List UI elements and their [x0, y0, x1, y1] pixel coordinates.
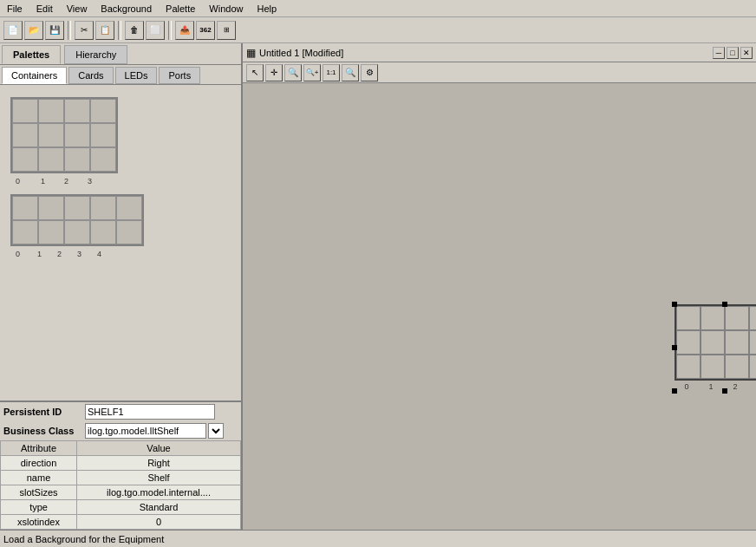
value-cell: Right	[77, 456, 241, 471]
subtab-cards[interactable]: Cards	[68, 67, 113, 84]
tool-select[interactable]: ↖	[246, 64, 264, 81]
table-row: xslotindex0	[1, 515, 241, 530]
shelf1-label-3: 3	[88, 177, 92, 186]
canvas-close[interactable]: ✕	[740, 47, 753, 59]
menu-view[interactable]: View	[60, 2, 94, 16]
palette-tabs: Palettes Hierarchy	[0, 43, 241, 65]
toolbar-paste[interactable]: 📋	[95, 21, 114, 40]
canvas-shelf-label-0: 0	[675, 382, 699, 391]
menu-palette[interactable]: Palette	[159, 2, 202, 16]
menu-file[interactable]: File	[0, 2, 29, 16]
handle-bl	[672, 388, 677, 394]
tool-settings[interactable]: ⚙	[361, 64, 378, 81]
toolbar-sep2	[118, 21, 121, 40]
toolbar-grid[interactable]: ⊞	[217, 21, 236, 40]
attr-cell: direction	[1, 456, 77, 471]
toolbar-save[interactable]: 💾	[45, 21, 64, 40]
table-row: nameShelf	[1, 471, 241, 485]
handle-tm	[722, 302, 727, 307]
handle-bm	[722, 388, 727, 394]
shelf-widget-2[interactable]: 0 1 2 3 4	[3, 191, 238, 258]
canvas-area[interactable]: 0 1 2 3	[243, 83, 756, 530]
canvas-title: Untitled 1 [Modified]	[259, 48, 343, 58]
table-row: directionRight	[1, 456, 241, 471]
left-panel: Palettes Hierarchy Containers Cards LEDs…	[0, 43, 243, 530]
persistent-id-input[interactable]	[85, 404, 215, 420]
canvas-titlebar: ▦ Untitled 1 [Modified] ─ □ ✕	[243, 43, 756, 62]
attr-col-header: Attribute	[1, 441, 77, 456]
right-panel: ▦ Untitled 1 [Modified] ─ □ ✕ ↖ ✛ 🔍 🔍+ 1…	[243, 43, 756, 530]
table-row: slotSizesilog.tgo.model.internal....	[1, 485, 241, 500]
business-class-label: Business Class	[3, 426, 81, 436]
statusbar-text: Load a Background for the Equipment	[3, 534, 164, 544]
attr-cell: xslotindex	[1, 515, 77, 530]
toolbar: 📄 📂 💾 ✂ 📋 🗑 ⬜ 📤 362 ⊞	[0, 17, 756, 43]
business-class-row: Business Class ▼	[0, 421, 241, 440]
value-cell: Shelf	[77, 471, 241, 485]
canvas-shelf-label-3: 3	[747, 382, 756, 391]
main-layout: Palettes Hierarchy Containers Cards LEDs…	[0, 43, 756, 530]
handle-ml	[672, 345, 677, 350]
shelf1-label-0: 0	[16, 177, 20, 186]
properties-panel: Persistent ID Business Class ▼ Attribute	[0, 400, 241, 530]
shelf2-label-0: 0	[16, 250, 20, 258]
value-col-header: Value	[77, 441, 241, 456]
tool-pan[interactable]: ✛	[265, 64, 283, 81]
toolbar-sep3	[168, 21, 172, 40]
shelf1-label-1: 1	[41, 177, 45, 186]
canvas-maximize[interactable]: □	[727, 47, 739, 59]
menu-window[interactable]: Window	[202, 2, 250, 16]
business-class-select[interactable]: ▼	[208, 423, 224, 439]
toolbar-rect[interactable]: ⬜	[146, 21, 165, 40]
subtab-containers[interactable]: Containers	[2, 67, 67, 84]
toolbar-num[interactable]: 362	[196, 21, 215, 40]
shelf1-label-2: 2	[64, 177, 68, 186]
statusbar: Load a Background for the Equipment	[0, 530, 756, 547]
tool-zoom-in[interactable]: 🔍+	[303, 64, 321, 81]
canvas-toolbar: ↖ ✛ 🔍 🔍+ 1:1 🔍 ⚙	[243, 62, 756, 83]
attr-cell: type	[1, 500, 77, 515]
menu-help[interactable]: Help	[250, 2, 284, 16]
shelf2-label-4: 4	[97, 250, 101, 258]
subtab-leds[interactable]: LEDs	[115, 67, 158, 84]
toolbar-new[interactable]: 📄	[3, 21, 23, 40]
tool-zoom-out[interactable]: 🔍	[284, 64, 302, 81]
subtab-ports[interactable]: Ports	[159, 67, 200, 84]
shelf2-label-2: 2	[57, 250, 62, 258]
tool-fit[interactable]: 1:1	[323, 64, 340, 81]
menu-background[interactable]: Background	[94, 2, 159, 16]
menu-edit[interactable]: Edit	[29, 2, 60, 16]
business-class-input[interactable]	[85, 423, 206, 439]
persistent-id-label: Persistent ID	[3, 407, 81, 417]
shelf2-label-3: 3	[77, 250, 81, 258]
tab-hierarchy[interactable]: Hierarchy	[64, 45, 127, 64]
shelf2-label-1: 1	[37, 250, 42, 258]
tool-zoom-fit[interactable]: 🔍	[342, 64, 359, 81]
palette-content[interactable]: 0 1 2 3	[0, 85, 241, 400]
toolbar-delete[interactable]: 🗑	[125, 21, 144, 40]
canvas-shelf-label-1: 1	[699, 382, 723, 391]
handle-tl	[672, 302, 677, 307]
value-cell: 0	[77, 515, 241, 530]
attr-cell: slotSizes	[1, 485, 77, 500]
toolbar-cut[interactable]: ✂	[75, 21, 94, 40]
value-cell: Standard	[77, 500, 241, 515]
toolbar-open[interactable]: 📂	[24, 21, 43, 40]
toolbar-export[interactable]: 📤	[175, 21, 194, 40]
menubar: File Edit View Background Palette Window…	[0, 0, 756, 17]
sub-tabs: Containers Cards LEDs Ports	[0, 65, 241, 85]
table-row: typeStandard	[1, 500, 241, 515]
toolbar-sep1	[68, 21, 71, 40]
shelf-widget-1[interactable]: 0 1 2 3	[3, 94, 238, 186]
persistent-id-row: Persistent ID	[0, 402, 241, 421]
canvas-shelf-container[interactable]: 0 1 2 3	[675, 304, 756, 391]
attributes-table: Attribute Value directionRightnameShelfs…	[0, 440, 241, 530]
canvas-minimize[interactable]: ─	[713, 47, 725, 59]
value-cell: ilog.tgo.model.internal....	[77, 485, 241, 500]
canvas-controls: ─ □ ✕	[713, 47, 753, 59]
tab-palettes[interactable]: Palettes	[2, 45, 61, 64]
attr-cell: name	[1, 471, 77, 485]
